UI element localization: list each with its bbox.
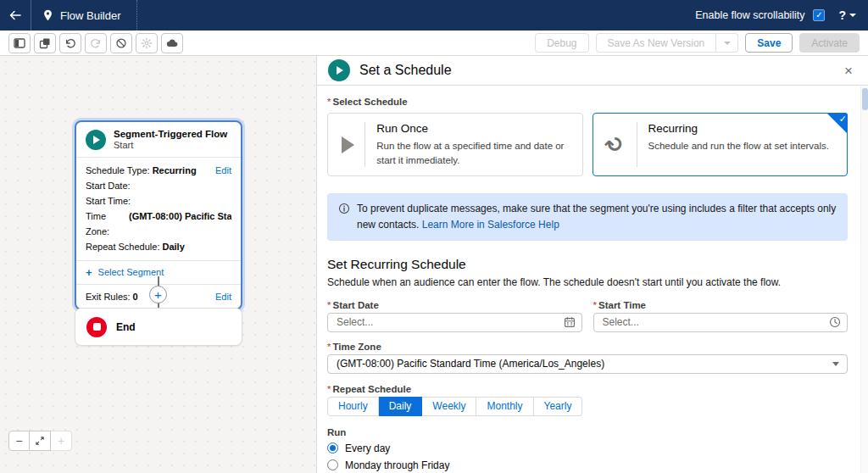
schedule-type-value: Recurring: [153, 163, 197, 178]
chevron-down-icon: [849, 14, 856, 17]
close-icon[interactable]: ×: [841, 62, 856, 80]
start-time-label: *Start Time: [593, 300, 849, 310]
required-asterisk: *: [327, 97, 331, 107]
toolbar-actions: Debug Save As New Version Save Activate: [535, 33, 860, 53]
minus-icon: −: [15, 434, 22, 448]
end-icon: [86, 317, 107, 337]
schedule-type-row: Schedule Type: Recurring Edit: [86, 163, 231, 178]
copy-elements-button[interactable]: [34, 33, 56, 53]
repeat-schedule-row: Repeat Schedule: Daily: [86, 239, 231, 254]
scrollbar-thumb[interactable]: [862, 88, 868, 110]
start-icon: [328, 59, 350, 81]
run-field: Run Every day Monday through Friday: [327, 427, 848, 471]
debug-button[interactable]: Debug: [535, 33, 588, 53]
radio-checked-icon: [327, 442, 338, 454]
save-button[interactable]: Save: [745, 33, 793, 53]
view-tests-button[interactable]: [161, 33, 183, 53]
run-option-every-day[interactable]: Every day: [327, 442, 848, 454]
main-area: Segment-Triggered Flow Start Schedule Ty…: [0, 56, 868, 473]
time-zone-label: *Time Zone: [327, 342, 848, 352]
info-text: To prevent duplicate messages, make sure…: [357, 201, 837, 232]
chevron-down-icon: [724, 42, 731, 45]
repeat-option-weekly[interactable]: Weekly: [422, 397, 476, 416]
gear-icon: [141, 37, 153, 49]
start-time-field: *Start Time: [593, 300, 849, 332]
calendar-icon[interactable]: [564, 316, 576, 328]
back-button[interactable]: [0, 0, 31, 31]
zoom-out-button[interactable]: −: [8, 431, 30, 451]
global-header: Flow Builder Enable flow scrollability ✓…: [0, 0, 868, 31]
recurring-icon: ↻: [604, 122, 637, 167]
edit-schedule-link[interactable]: Edit: [215, 163, 231, 178]
recurring-card[interactable]: ✓ ↻ Recurring Schedule and run the flow …: [593, 113, 849, 176]
plus-icon: +: [86, 266, 92, 279]
flow-canvas[interactable]: Segment-Triggered Flow Start Schedule Ty…: [0, 56, 316, 473]
start-icon: [86, 130, 106, 150]
save-as-new-version-button[interactable]: Save As New Version: [596, 33, 717, 53]
panel-body: *Select Schedule Run Once Run the flow a…: [317, 86, 868, 473]
help-label: ?: [838, 8, 846, 22]
start-time-row: Start Time:: [86, 193, 231, 209]
start-date-label: *Start Date: [327, 300, 582, 310]
start-time-input[interactable]: [593, 313, 849, 332]
scrollability-checkbox[interactable]: ✓: [813, 9, 825, 21]
add-element-button[interactable]: +: [149, 286, 167, 303]
repeat-schedule-label: Repeat Schedule:: [86, 239, 159, 254]
plus-icon: +: [58, 434, 64, 448]
time-zone-select[interactable]: (GMT-08:00) Pacific Standard Time (Ameri…: [327, 354, 848, 374]
run-once-card[interactable]: Run Once Run the flow at a specified tim…: [327, 113, 583, 176]
undo-button[interactable]: [59, 33, 81, 53]
activate-button[interactable]: Activate: [799, 33, 860, 53]
start-node-title: Segment-Triggered Flow: [114, 129, 227, 139]
zoom-controls: − +: [8, 431, 72, 451]
repeat-option-daily[interactable]: Daily: [379, 397, 423, 416]
redo-button[interactable]: [85, 33, 107, 53]
stop-icon: [93, 323, 101, 331]
clock-icon[interactable]: [829, 316, 841, 328]
run-label: Run: [327, 427, 848, 437]
date-time-fields: *Start Date *Start Time: [327, 300, 848, 332]
help-menu[interactable]: ?: [838, 8, 856, 22]
repeat-schedule-group: Hourly Daily Weekly Monthly Yearly: [327, 397, 582, 416]
flow-settings-button[interactable]: [136, 33, 158, 53]
repeat-option-hourly[interactable]: Hourly: [327, 397, 379, 416]
end-node-label: End: [116, 321, 136, 333]
redo-icon: [90, 37, 102, 49]
panel-scrollbar[interactable]: [860, 86, 868, 473]
run-option-label: Every day: [345, 442, 390, 454]
time-zone-row: Time Zone: (GMT-08:00) Pacific Stan…: [86, 209, 231, 239]
repeat-option-monthly[interactable]: Monthly: [476, 397, 533, 416]
start-node-details: Schedule Type: Recurring Edit Start Date…: [76, 158, 241, 260]
edit-exit-rules-link[interactable]: Edit: [215, 290, 231, 303]
learn-more-link[interactable]: Learn More in Salesforce Help: [422, 219, 559, 231]
app-context[interactable]: Flow Builder: [31, 0, 137, 31]
header-actions: Enable flow scrollability ✓ ?: [695, 8, 868, 22]
start-date-input[interactable]: [327, 313, 582, 332]
disable-elements-button[interactable]: [110, 33, 132, 53]
zoom-fit-button[interactable]: [30, 431, 51, 451]
run-once-title: Run Once: [376, 122, 571, 135]
play-icon: [342, 136, 354, 153]
run-once-icon: [338, 122, 365, 167]
start-date-label: Start Date:: [86, 178, 131, 193]
start-date-row: Start Date:: [86, 178, 231, 193]
fit-to-view-icon: [35, 436, 45, 446]
time-zone-label: Time Zone:: [86, 209, 126, 239]
run-option-label: Monday through Friday: [345, 459, 449, 471]
selected-check-icon: ✓: [826, 113, 848, 134]
select-segment-label: Select Segment: [98, 266, 164, 279]
zoom-in-button[interactable]: +: [51, 431, 72, 451]
refresh-icon: ↻: [599, 130, 629, 159]
run-option-monday-friday[interactable]: Monday through Friday: [327, 459, 848, 471]
exit-rules-value: 0: [133, 290, 138, 303]
end-node[interactable]: End: [75, 308, 242, 346]
panel-toggle-icon: [14, 38, 25, 48]
copy-icon: [39, 37, 51, 49]
repeat-option-yearly[interactable]: Yearly: [534, 397, 583, 416]
play-icon: [337, 66, 343, 75]
repeat-schedule-field: *Repeat Schedule Hourly Daily Weekly Mon…: [327, 384, 848, 416]
save-as-new-version-caret-button[interactable]: [716, 33, 738, 53]
chevron-down-icon: [832, 362, 839, 366]
toggle-panel-button[interactable]: [8, 33, 31, 53]
save-as-new-version-group: Save As New Version: [596, 33, 739, 53]
